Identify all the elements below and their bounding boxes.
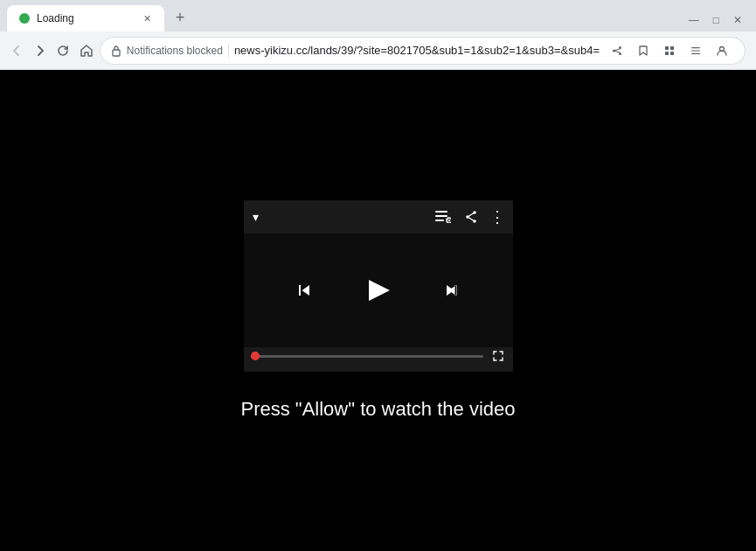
- tab-favicon: [17, 11, 31, 25]
- press-allow-text: Press "Allow" to watch the video: [241, 398, 516, 421]
- bookmark-button[interactable]: [631, 38, 655, 63]
- address-url: news-yikizu.cc/lands/39/?site=8021705&su…: [234, 44, 600, 57]
- chrome-frame: Loading ✕ + — □ ✕: [0, 0, 756, 551]
- close-window-button[interactable]: ✕: [726, 14, 749, 26]
- page-content: ▾: [0, 70, 756, 551]
- title-bar: Loading ✕ + — □ ✕: [0, 0, 756, 31]
- svg-rect-4: [665, 46, 669, 50]
- svg-rect-6: [665, 52, 669, 55]
- forward-button[interactable]: [30, 37, 49, 65]
- svg-point-3: [613, 49, 615, 52]
- nav-bar: Notifications blocked news-yikizu.cc/lan…: [0, 31, 756, 70]
- svg-rect-13: [435, 215, 447, 217]
- home-button[interactable]: [76, 37, 95, 65]
- more-options-icon[interactable]: ⋮: [489, 207, 504, 227]
- fullscreen-button[interactable]: [490, 348, 506, 364]
- browser-menu-button[interactable]: [683, 38, 708, 63]
- svg-rect-14: [435, 220, 444, 221]
- address-icons: [605, 38, 734, 63]
- minimize-button[interactable]: —: [682, 14, 706, 26]
- svg-point-1: [619, 46, 621, 49]
- new-tab-button[interactable]: +: [168, 5, 192, 30]
- skip-next-button[interactable]: [441, 280, 462, 301]
- video-top-bar: ▾: [244, 200, 513, 234]
- video-progress-bar: [244, 347, 513, 365]
- add-to-queue-icon[interactable]: [435, 211, 451, 223]
- svg-point-20: [466, 215, 469, 219]
- extensions-button[interactable]: [657, 38, 682, 63]
- collapse-icon[interactable]: ▾: [253, 210, 259, 224]
- notifications-blocked-label: Notifications blocked: [127, 45, 223, 57]
- svg-rect-5: [670, 46, 674, 50]
- video-top-right: ⋮: [435, 207, 504, 227]
- svg-point-18: [473, 211, 476, 214]
- svg-rect-9: [691, 50, 700, 51]
- svg-rect-10: [691, 52, 700, 53]
- svg-rect-7: [670, 52, 674, 55]
- progress-indicator: [251, 352, 260, 360]
- video-main-controls: [244, 234, 513, 347]
- profile-button[interactable]: [710, 38, 734, 63]
- active-tab[interactable]: Loading ✕: [7, 5, 164, 31]
- window-controls: — □ ✕: [682, 14, 756, 26]
- tab-close-button[interactable]: ✕: [140, 11, 154, 25]
- tab-favicon-circle: [19, 13, 30, 24]
- play-button[interactable]: [362, 275, 393, 306]
- video-bottom-bar: [244, 365, 513, 372]
- svg-rect-8: [691, 47, 700, 48]
- progress-track[interactable]: [251, 355, 483, 358]
- svg-point-2: [619, 52, 621, 55]
- reload-button[interactable]: [53, 37, 73, 65]
- skip-previous-button[interactable]: [294, 280, 315, 301]
- video-top-left: ▾: [253, 210, 259, 224]
- video-player: ▾: [244, 200, 513, 372]
- svg-rect-12: [435, 211, 447, 213]
- back-button[interactable]: [7, 37, 26, 65]
- svg-rect-0: [113, 50, 120, 56]
- address-bar[interactable]: Notifications blocked news-yikizu.cc/lan…: [100, 37, 746, 65]
- share-page-button[interactable]: [605, 38, 629, 63]
- tab-title: Loading: [37, 12, 135, 24]
- restore-button[interactable]: □: [706, 14, 726, 26]
- share-icon[interactable]: [463, 210, 477, 224]
- svg-point-19: [473, 220, 476, 223]
- security-icon: [111, 45, 121, 57]
- address-divider: [228, 44, 229, 58]
- tab-strip: Loading ✕ +: [0, 0, 682, 31]
